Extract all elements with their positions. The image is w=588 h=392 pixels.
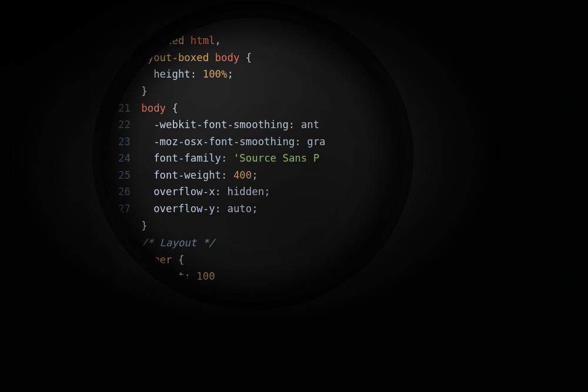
code-text: overflow-y: auto;	[141, 200, 258, 217]
line-number: 25	[109, 167, 141, 184]
code-line-blurred: 17html.layout-boxed body {	[87, 14, 553, 26]
code-text: font-weight: 400;	[141, 167, 258, 184]
line-number: 22	[109, 116, 141, 133]
code-line: 21body {	[109, 99, 397, 116]
sidebar-item[interactable]: public	[0, 85, 73, 96]
sidebar-item[interactable]: Music	[0, 196, 73, 207]
sidebar-item[interactable]: style.css	[0, 307, 73, 319]
sidebar-item[interactable]: Movies	[0, 185, 73, 196]
sidebar-item[interactable]: Cloudflare	[0, 119, 73, 130]
sidebar-item[interactable]: js	[0, 41, 73, 52]
code-text: font-family: 'Source Sans P	[141, 150, 319, 167]
sidebar-item[interactable]: config	[0, 74, 73, 85]
code-line: 26 overflow-x: hidden;	[109, 183, 397, 200]
code-line-blurred: 16html.layout-boxed html,	[87, 2, 553, 14]
code-line: 27 overflow-y: auto;	[109, 200, 397, 217]
code-text: /* Layout */	[141, 234, 215, 251]
code-text: overflow-x: hidden;	[141, 183, 270, 200]
code-line: }	[109, 83, 397, 100]
code-text: }	[141, 83, 147, 100]
sidebar-item[interactable]: Downloads	[0, 152, 73, 163]
code-text: -webkit-font-smoothing: ant	[141, 116, 319, 133]
code-line: /* Layout */	[109, 234, 397, 251]
code-line: 25 font-weight: 400;	[109, 167, 397, 184]
code-line: }	[109, 217, 397, 234]
sidebar-item[interactable]: Pictures	[0, 207, 73, 219]
code-line: 23 -moz-osx-font-smoothing: gra	[109, 133, 397, 150]
line-number: 24	[109, 150, 141, 167]
sidebar-item[interactable]: Sites	[0, 230, 73, 241]
sidebar-item[interactable]: open files	[0, 263, 73, 274]
code-line: 24 font-family: 'Source Sans P	[109, 150, 397, 167]
sidebar-item[interactable]: build	[0, 63, 73, 74]
code-line-blurred: 41}	[87, 291, 553, 303]
magnifier-lens: t-boxed html,ayout-boxed body { height: …	[109, 18, 397, 293]
minimap	[559, 0, 588, 392]
sidebar-item[interactable]: app	[0, 8, 73, 19]
sidebar-item[interactable]: Users	[0, 241, 73, 252]
sidebar-item[interactable]: editing	[0, 274, 73, 285]
sidebar-item[interactable]: Documents	[0, 141, 73, 152]
code-line-blurred: 40 margin-left: 230px;	[87, 279, 553, 291]
code-text: -moz-osx-font-smoothing: gra	[141, 133, 325, 150]
sidebar-item[interactable]: css	[0, 0, 73, 8]
code-text: ayout-boxed body {	[141, 49, 252, 66]
sidebar-item[interactable]: Applications	[0, 108, 73, 119]
sidebar-item[interactable]: open folders	[0, 252, 73, 263]
sidebar-item[interactable]: Library	[0, 174, 73, 185]
sidebar-item[interactable]: Dropbox	[0, 163, 73, 174]
file-tree-sidebar: cssappcodenodejssrcbuildconfigpublicdist…	[0, 0, 78, 392]
sidebar-item[interactable]: src	[0, 52, 73, 63]
sidebar-item[interactable]: code	[0, 19, 73, 30]
code-line: height: 100%;	[109, 66, 397, 83]
code-text: }	[141, 217, 147, 234]
sidebar-item[interactable]: node	[0, 30, 73, 41]
sidebar-item[interactable]: dist	[0, 96, 73, 108]
line-number: 23	[109, 133, 141, 150]
code-text: height: 100%;	[141, 66, 233, 83]
sidebar-item[interactable]: css	[0, 285, 73, 296]
magnified-code: t-boxed html,ayout-boxed body { height: …	[109, 18, 397, 293]
sidebar-item[interactable]: Projects	[0, 219, 73, 230]
sidebar-item[interactable]: Desktop	[0, 130, 73, 141]
code-text: body {	[141, 99, 178, 116]
code-line: 22 -webkit-font-smoothing: ant	[109, 116, 397, 133]
sidebar-item[interactable]: scss	[0, 296, 73, 307]
